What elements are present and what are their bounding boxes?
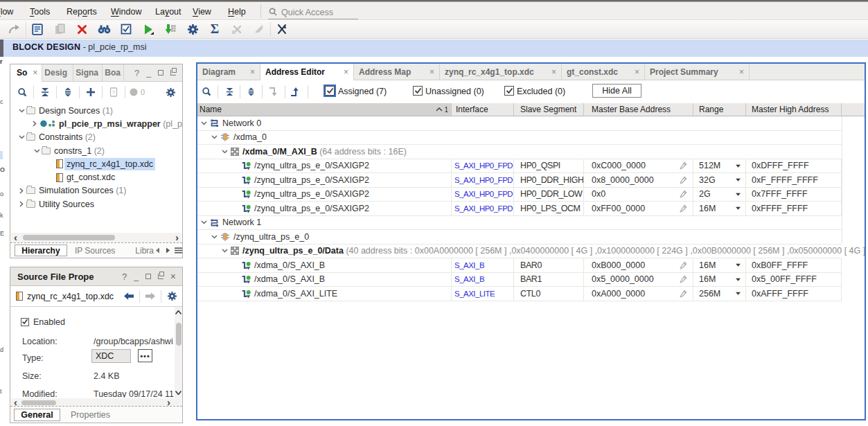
svg-text:?: ?	[112, 89, 116, 96]
svg-text:0: 0	[141, 88, 145, 96]
